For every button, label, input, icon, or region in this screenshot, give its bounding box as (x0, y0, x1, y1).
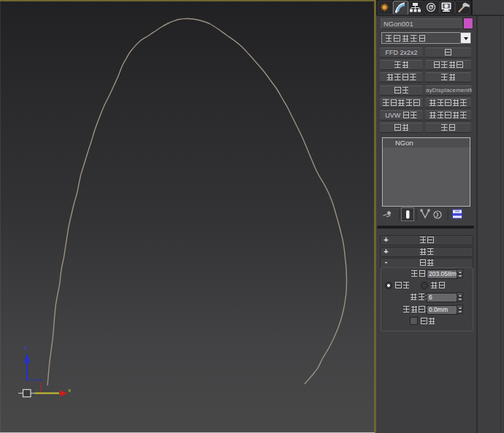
svg-text:z: z (24, 345, 27, 351)
svg-text:x: x (68, 387, 71, 394)
